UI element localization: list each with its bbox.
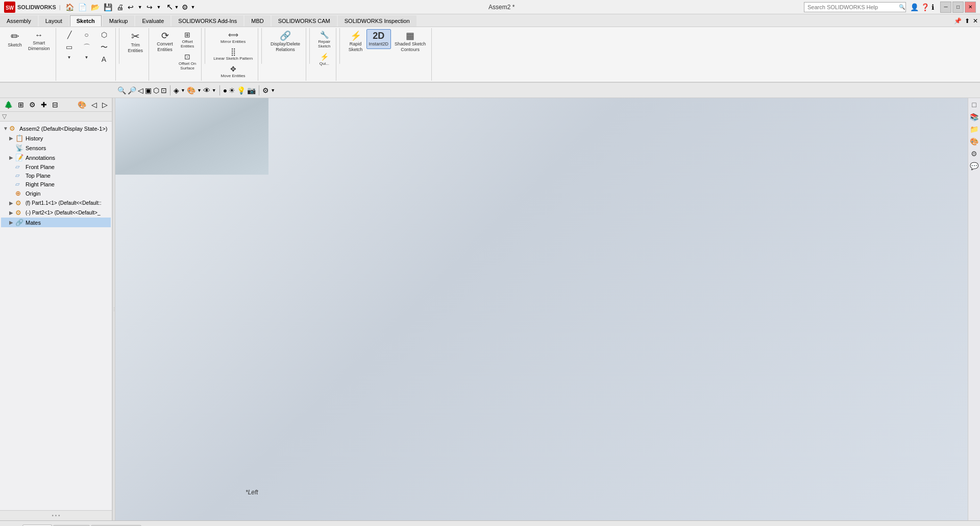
redo-btn[interactable]: ↪ — [145, 2, 154, 13]
vp-zoom-select[interactable]: 🔎 — [128, 86, 136, 94]
options-btn[interactable]: ⚙ — [182, 3, 188, 11]
feature-manager-btn[interactable]: 🌲 — [2, 99, 15, 110]
rect-dropdown-btn[interactable]: ▼ — [61, 54, 78, 62]
vp-lights[interactable]: 💡 — [237, 86, 246, 94]
vp-settings-dd[interactable]: ▼ — [271, 88, 275, 93]
vp-3d-orient[interactable]: ⊡ — [161, 86, 167, 94]
options-dd[interactable]: ▼ — [190, 5, 195, 10]
tab-markup[interactable]: Markup — [103, 15, 135, 27]
polygon-btn[interactable]: ⬡ — [96, 29, 112, 41]
display-manager-btn[interactable]: ⊟ — [50, 99, 60, 110]
tree-root[interactable]: ▼ ⚙ Assem2 (Default<Display State-1>) — [1, 124, 111, 133]
tab-inspection[interactable]: SOLIDWORKS Inspection — [338, 15, 416, 27]
tab-assembly[interactable]: Assembly — [0, 15, 38, 27]
quick-snaps-btn[interactable]: ⚡ Qui... — [316, 51, 332, 67]
new-btn[interactable]: 📄 — [77, 2, 88, 13]
tree-origin[interactable]: ▶ ⊕ Origin — [1, 188, 111, 198]
text-btn[interactable]: A — [96, 54, 112, 65]
help-icon[interactable]: ❓ — [921, 3, 929, 11]
open-btn[interactable]: 📂 — [89, 2, 101, 13]
appearances-btn[interactable]: 🎨 — [76, 99, 88, 110]
part1-expand[interactable]: ▶ — [9, 200, 15, 206]
search-icon[interactable]: 🔍 — [899, 4, 905, 10]
custom-props-btn[interactable]: ⚙ — [969, 148, 979, 159]
save-btn[interactable]: 💾 — [102, 2, 114, 13]
vp-scene[interactable]: ☀ — [229, 86, 235, 94]
file-explorer-btn[interactable]: 📁 — [968, 124, 980, 135]
vp-realview[interactable]: ● — [223, 86, 227, 94]
mirror-entities-btn[interactable]: ⟺ Mirror Entities — [211, 29, 255, 45]
offset-entities-btn[interactable]: ⊞ OffsetEntities — [177, 29, 198, 51]
vp-appear-dd[interactable]: ▼ — [197, 88, 202, 93]
trim-entities-btn[interactable]: ✂ TrimEntities — [126, 29, 146, 56]
minimize-btn[interactable]: ─ — [940, 2, 951, 13]
tab-mbd[interactable]: MBD — [244, 15, 270, 27]
line-btn[interactable]: ╱ — [61, 29, 78, 41]
vp-view-orient[interactable]: ⬡ — [153, 86, 159, 94]
convert-entities-btn[interactable]: ⟳ ConvertEntities — [154, 29, 176, 55]
tree-part2[interactable]: ▶ ⚙ (-) Part2<1> (Default<<Default>_ — [1, 208, 111, 218]
back-btn[interactable]: ◁ — [89, 99, 99, 110]
display-delete-relations-btn[interactable]: 🔗 Display/DeleteRelations — [268, 29, 303, 55]
vp-cameras[interactable]: 📷 — [247, 86, 256, 94]
tab-cam[interactable]: SOLIDWORKS CAM — [272, 15, 337, 27]
tree-history[interactable]: ▶ 📋 History — [1, 133, 111, 143]
tree-annotations[interactable]: ▶ 📝 Annotations — [1, 153, 111, 162]
dxf-manager-btn[interactable]: ✚ — [39, 99, 49, 110]
spline-btn[interactable]: 〜 — [96, 41, 112, 53]
undo-btn[interactable]: ↩ — [126, 2, 135, 13]
vp-display-dd[interactable]: ▼ — [181, 88, 185, 93]
redo-dd-btn[interactable]: ▼ — [155, 3, 163, 11]
tree-sensors[interactable]: ▶ 📡 Sensors — [1, 143, 111, 153]
home-btn[interactable]: 🏠 — [64, 2, 76, 13]
instant2d-btn[interactable]: 2D Instant2D — [366, 29, 391, 49]
user-icon[interactable]: 👤 — [910, 3, 919, 11]
maximize-btn[interactable]: □ — [952, 2, 964, 13]
tab-forward-btn[interactable]: ▶ — [12, 523, 21, 526]
rapid-sketch-btn[interactable]: ⚡ RapidSketch — [346, 29, 365, 55]
solidworks-forum-btn[interactable]: 💬 — [968, 160, 980, 172]
tab-layout[interactable]: Layout — [39, 15, 69, 27]
view-palette-btn[interactable]: □ — [970, 99, 977, 110]
tree-front-plane[interactable]: ▶ ▱ Front Plane — [1, 162, 111, 171]
pin-ribbon-btn[interactable]: 📌 — [953, 16, 963, 26]
tree-right-plane[interactable]: ▶ ▱ Right Plane — [1, 180, 111, 188]
appearances-right-btn[interactable]: 🎨 — [968, 136, 980, 147]
repair-sketch-btn[interactable]: 🔧 RepairSketch — [316, 29, 332, 51]
info-icon[interactable]: ℹ — [932, 3, 934, 11]
arc-btn[interactable]: ⌒ — [79, 41, 95, 53]
rectangle-btn[interactable]: ▭ — [61, 41, 78, 53]
part2-expand[interactable]: ▶ — [9, 210, 15, 216]
vp-appearance[interactable]: 🎨 — [187, 86, 195, 94]
vp-view-settings[interactable]: ⚙ — [262, 86, 269, 94]
close-ribbon-btn[interactable]: ✕ — [972, 16, 979, 26]
annotations-expand[interactable]: ▶ — [9, 155, 15, 160]
vp-display-style[interactable]: ◈ — [174, 86, 179, 94]
offset-on-surface-btn[interactable]: ⊡ Offset OnSurface — [177, 51, 198, 73]
forward-btn[interactable]: ▷ — [100, 99, 110, 110]
vp-prev-view[interactable]: ◁ — [138, 86, 143, 94]
configuration-manager-btn[interactable]: ⚙ — [27, 99, 38, 110]
tab-back-btn[interactable]: ◀ — [2, 523, 11, 526]
property-manager-btn[interactable]: ⊞ — [16, 99, 26, 110]
maximize-ribbon-btn[interactable]: ⬆ — [964, 16, 971, 26]
cursor-dd[interactable]: ▼ — [174, 5, 179, 10]
vp-zoom-fit[interactable]: 🔍 — [117, 86, 126, 94]
circle-btn[interactable]: ○ — [79, 29, 95, 41]
vp-hide-dd[interactable]: ▼ — [212, 88, 216, 93]
vp-section-view[interactable]: ▣ — [145, 86, 152, 94]
design-library-btn[interactable]: 📚 — [968, 111, 980, 123]
root-expand[interactable]: ▼ — [3, 126, 9, 131]
sketch-btn[interactable]: ✏ Sketch — [5, 29, 24, 50]
history-expand[interactable]: ▶ — [9, 135, 15, 141]
tab-evaluate[interactable]: Evaluate — [135, 15, 170, 27]
tree-part1[interactable]: ▶ ⚙ (f) Part1.1<1> (Default<<Default:: — [1, 198, 111, 208]
smart-dimension-btn[interactable]: ↔ SmartDimension — [26, 29, 53, 54]
vp-hide-show[interactable]: 👁 — [203, 86, 210, 94]
mates-expand[interactable]: ▶ — [9, 220, 15, 225]
tree-top-plane[interactable]: ▶ ▱ Top Plane — [1, 171, 111, 180]
linear-sketch-pattern-btn[interactable]: ⣿ Linear Sketch Pattern — [211, 46, 255, 62]
tab-addins[interactable]: SOLIDWORKS Add-Ins — [172, 15, 243, 27]
tree-mates[interactable]: ▶ 🔗 Mates — [1, 218, 111, 227]
arc-dropdown-btn[interactable]: ▼ — [79, 54, 95, 62]
